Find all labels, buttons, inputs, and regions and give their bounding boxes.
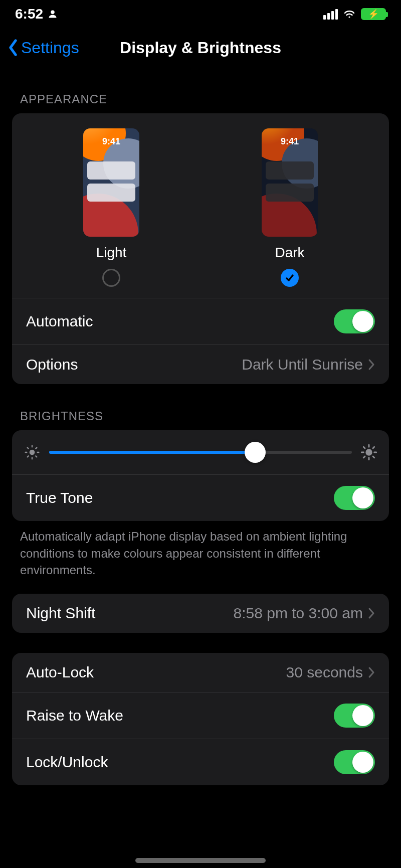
truetone-label: True Tone — [26, 489, 93, 506]
nightshift-value: 8:58 pm to 3:00 am — [234, 605, 363, 622]
truetone-toggle[interactable] — [334, 486, 375, 510]
appearance-option-dark[interactable]: 9:41 Dark — [210, 128, 370, 287]
checkmark-icon — [285, 273, 295, 283]
autolock-label: Auto-Lock — [26, 664, 94, 681]
home-indicator[interactable] — [135, 858, 266, 863]
brightness-slider[interactable] — [49, 442, 352, 462]
wifi-icon — [343, 9, 356, 19]
light-mode-preview: 9:41 — [83, 128, 139, 237]
automatic-row: Automatic — [12, 298, 389, 344]
nightshift-row[interactable]: Night Shift 8:58 pm to 3:00 am — [12, 594, 389, 633]
person-icon — [48, 10, 57, 19]
raise-to-wake-row: Raise to Wake — [12, 692, 389, 739]
back-button[interactable]: Settings — [7, 39, 79, 57]
status-time: 6:52 — [15, 6, 43, 22]
svg-point-19 — [365, 449, 372, 455]
truetone-description: Automatically adapt iPhone display based… — [0, 521, 401, 594]
status-bar: 6:52 ⚡ — [0, 0, 401, 28]
autolock-row[interactable]: Auto-Lock 30 seconds — [12, 653, 389, 692]
svg-line-25 — [373, 456, 374, 458]
appearance-option-light[interactable]: 9:41 Light — [31, 128, 191, 287]
brightness-section-label: BRIGHTNESS — [0, 384, 401, 430]
svg-line-17 — [28, 456, 29, 457]
battery-charging-icon: ⚡ — [361, 8, 386, 20]
appearance-section-label: APPEARANCE — [0, 67, 401, 113]
svg-line-15 — [28, 448, 29, 449]
raise-to-wake-label: Raise to Wake — [26, 707, 123, 724]
truetone-row: True Tone — [12, 474, 389, 521]
light-label: Light — [96, 245, 127, 261]
svg-point-0 — [51, 11, 55, 15]
chevron-right-icon — [368, 359, 375, 371]
options-value: Dark Until Sunrise — [242, 356, 363, 373]
svg-line-27 — [373, 447, 374, 448]
lock-group: Auto-Lock 30 seconds Raise to Wake Lock/… — [12, 653, 389, 785]
svg-point-10 — [30, 450, 35, 455]
automatic-label: Automatic — [26, 313, 93, 330]
sun-small-icon — [24, 444, 40, 460]
dark-radio[interactable] — [281, 269, 299, 287]
cellular-signal-icon — [323, 9, 338, 20]
svg-line-24 — [363, 447, 365, 448]
nav-header: Settings Display & Brightness — [0, 28, 401, 67]
options-label: Options — [26, 356, 78, 373]
svg-line-26 — [363, 456, 365, 458]
appearance-group: 9:41 Light 9:41 Dark — [12, 113, 389, 384]
automatic-toggle[interactable] — [334, 309, 375, 333]
preview-time: 9:41 — [262, 136, 318, 147]
chevron-right-icon — [368, 607, 375, 619]
chevron-right-icon — [368, 666, 375, 678]
sun-large-icon — [361, 444, 377, 460]
options-row[interactable]: Options Dark Until Sunrise — [12, 344, 389, 384]
svg-point-1 — [348, 16, 350, 18]
lock-unlock-toggle[interactable] — [334, 750, 375, 774]
nightshift-label: Night Shift — [26, 605, 95, 622]
lock-unlock-label: Lock/Unlock — [26, 754, 108, 771]
dark-mode-preview: 9:41 — [262, 128, 318, 237]
preview-time: 9:41 — [83, 136, 139, 147]
lock-unlock-row: Lock/Unlock — [12, 739, 389, 785]
raise-to-wake-toggle[interactable] — [334, 704, 375, 728]
nightshift-group: Night Shift 8:58 pm to 3:00 am — [12, 594, 389, 633]
autolock-value: 30 seconds — [286, 664, 363, 681]
dark-label: Dark — [275, 245, 304, 261]
back-label: Settings — [21, 39, 79, 57]
chevron-left-icon — [7, 39, 19, 57]
brightness-group: True Tone — [12, 430, 389, 521]
svg-line-16 — [36, 456, 37, 457]
light-radio[interactable] — [102, 269, 120, 287]
svg-line-18 — [36, 448, 37, 449]
